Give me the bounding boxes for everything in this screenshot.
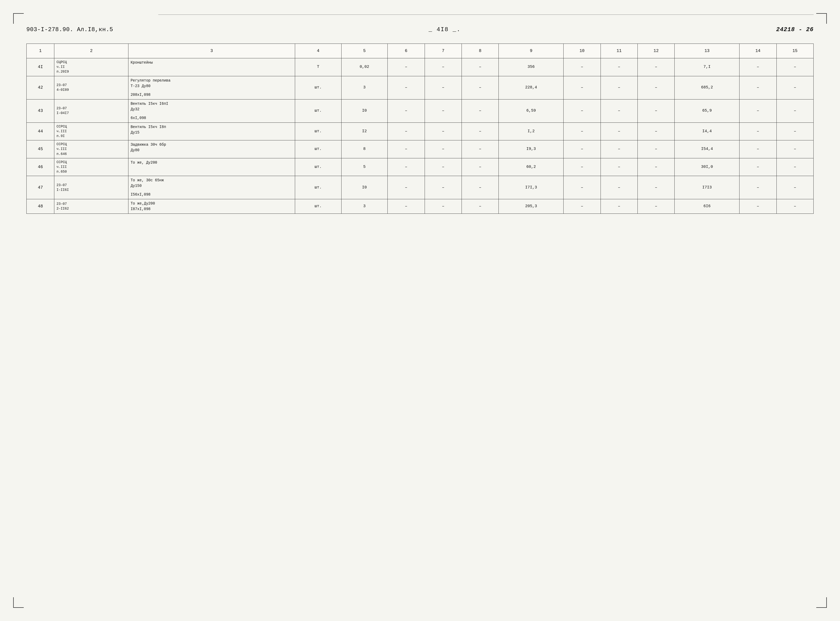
- q6: –: [388, 58, 425, 76]
- description: Вентиль I5кч I6пIДу32: [128, 99, 295, 114]
- q12: –: [638, 141, 674, 158]
- main-table: 1 2 3 4 5 6 7 8 9 10 11 12 13 14 15 4I С…: [26, 44, 814, 214]
- row-num: 46: [27, 158, 54, 176]
- col-header-3: 3: [128, 44, 295, 58]
- q14: –: [740, 176, 777, 199]
- ref-code: ССРСЦ ч.III п.646: [54, 141, 128, 158]
- table-row: 46 ССРСЦ ч.III п.650 То же, Ду200 шт. 5 …: [27, 158, 814, 176]
- description: Вентиль I5кч I8пДу15: [128, 123, 295, 141]
- q13: I54,4: [675, 141, 740, 158]
- col-header-15: 15: [777, 44, 813, 58]
- q7: –: [425, 58, 462, 76]
- q8: –: [462, 58, 499, 76]
- q10: –: [564, 99, 601, 123]
- q7: –: [425, 123, 462, 141]
- q12: –: [638, 158, 674, 176]
- row-num: 43: [27, 99, 54, 123]
- unit: шт.: [295, 99, 341, 123]
- ref-code: 23–07 2–II62: [54, 199, 128, 214]
- header-row: 1 2 3 4 5 6 7 8 9 10 11 12 13 14 15: [27, 44, 814, 58]
- col-header-10: 10: [564, 44, 601, 58]
- unit: шт.: [295, 176, 341, 199]
- q14: –: [740, 58, 777, 76]
- q14: –: [740, 199, 777, 214]
- col-header-12: 12: [638, 44, 674, 58]
- q10: –: [564, 199, 601, 214]
- q12: –: [638, 123, 674, 141]
- q10: –: [564, 158, 601, 176]
- q15: –: [777, 199, 813, 214]
- col-header-2: 2: [54, 44, 128, 58]
- ref-code: 23–07 I–II6I: [54, 176, 128, 199]
- q8: –: [462, 199, 499, 214]
- q15: –: [777, 58, 813, 76]
- q11: –: [601, 99, 638, 123]
- main-table-container: 1 2 3 4 5 6 7 8 9 10 11 12 13 14 15 4I С…: [26, 44, 814, 595]
- q9: 356: [499, 58, 564, 76]
- q9: I7I,3: [499, 176, 564, 199]
- q15: –: [777, 123, 813, 141]
- table-row: 42 23–07 4–0I89 Регулятор переливаТ-23 Д…: [27, 76, 814, 91]
- col-header-6: 6: [388, 44, 425, 58]
- table-row: 4I СЦРСЦ ч.II п.20I9 Кронштейны Т 0,02 –…: [27, 58, 814, 76]
- header-right: 24218 - 26: [776, 26, 814, 33]
- q11: –: [601, 76, 638, 99]
- q7: –: [425, 99, 462, 123]
- description-sub: 208хI,098: [128, 91, 295, 100]
- q7: –: [425, 158, 462, 176]
- q11: –: [601, 141, 638, 158]
- q14: –: [740, 76, 777, 99]
- ref-code: 23–07 4–0I89: [54, 76, 128, 99]
- q9: I9,3: [499, 141, 564, 158]
- col-header-9: 9: [499, 44, 564, 58]
- q5: I0: [341, 99, 388, 123]
- q10: –: [564, 76, 601, 99]
- table-row: 43 23–07 I–04I7 Вентиль I5кч I6пIДу32 шт…: [27, 99, 814, 114]
- q8: –: [462, 76, 499, 99]
- unit: шт.: [295, 123, 341, 141]
- q5: 3: [341, 76, 388, 99]
- q7: –: [425, 176, 462, 199]
- q5: 3: [341, 199, 388, 214]
- description: Кронштейны: [128, 58, 295, 76]
- q10: –: [564, 123, 601, 141]
- table-row: 47 23–07 I–II6I То же, 30с 65нжДу150 шт.…: [27, 176, 814, 191]
- q8: –: [462, 141, 499, 158]
- q9: 6,59: [499, 99, 564, 123]
- col-header-14: 14: [740, 44, 777, 58]
- unit: шт.: [295, 158, 341, 176]
- q7: –: [425, 141, 462, 158]
- description: То же,Ду200 I87хI,098: [128, 199, 295, 214]
- q9: 205,3: [499, 199, 564, 214]
- unit: шт.: [295, 76, 341, 99]
- q13: 6I6: [675, 199, 740, 214]
- q15: –: [777, 76, 813, 99]
- corner-bl: [13, 597, 24, 608]
- q6: –: [388, 141, 425, 158]
- q14: –: [740, 123, 777, 141]
- header-center: _ 4I8 _.: [429, 26, 461, 33]
- q12: –: [638, 76, 674, 99]
- description: Задвижка 30ч 6брДу80: [128, 141, 295, 158]
- table-row: 44 ССРСЦ ч.III п.9I Вентиль I5кч I8пДу15…: [27, 123, 814, 141]
- q12: –: [638, 199, 674, 214]
- ref-code: ССРСЦ ч.III п.9I: [54, 123, 128, 141]
- q7: –: [425, 199, 462, 214]
- q5: 8: [341, 141, 388, 158]
- col-header-5: 5: [341, 44, 388, 58]
- header-left: 903-I-278.90. Ал.I8,кн.5: [26, 26, 113, 33]
- ref-code: 23–07 I–04I7: [54, 99, 128, 123]
- col-header-4: 4: [295, 44, 341, 58]
- col-header-11: 11: [601, 44, 638, 58]
- q13: I4,4: [675, 123, 740, 141]
- q6: –: [388, 76, 425, 99]
- q6: –: [388, 99, 425, 123]
- q8: –: [462, 123, 499, 141]
- q12: –: [638, 58, 674, 76]
- q12: –: [638, 99, 674, 123]
- q11: –: [601, 158, 638, 176]
- description: Регулятор переливаТ-23 Ду80: [128, 76, 295, 91]
- q5: 5: [341, 158, 388, 176]
- corner-tr: [816, 13, 827, 24]
- q12: –: [638, 176, 674, 199]
